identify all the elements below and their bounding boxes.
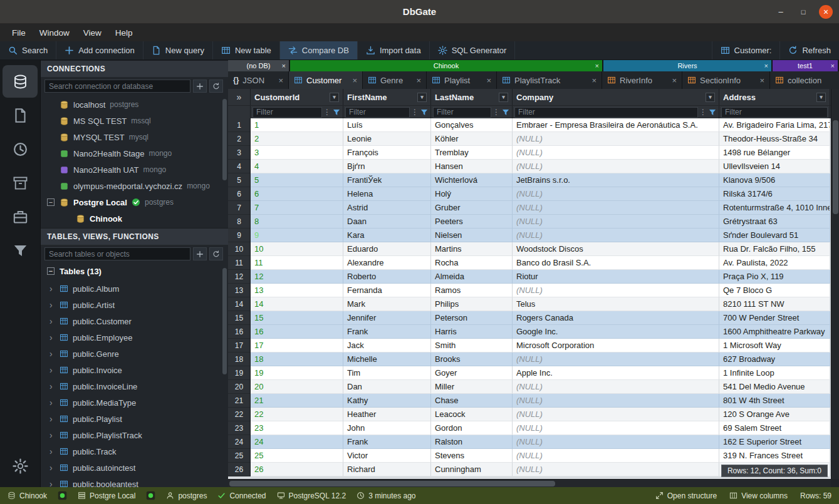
refresh-connections-icon[interactable] (209, 80, 223, 93)
grid-cell[interactable]: 700 W Pender Street (719, 311, 830, 325)
grid-cell[interactable]: 5 (251, 173, 343, 187)
row-number[interactable]: 17 (228, 339, 251, 352)
column-header-customerid[interactable]: CustomerId (251, 89, 343, 105)
column-dropdown-icon[interactable] (816, 93, 826, 102)
chevron-right-icon[interactable] (50, 365, 55, 375)
grid-cell[interactable]: Banco do Brasil S.A. (513, 256, 719, 270)
maximize-icon[interactable] (796, 5, 810, 19)
grid-cell[interactable]: 23 (251, 421, 343, 435)
tab-group-rivers[interactable]: Rivers× (603, 60, 771, 71)
grid-cell[interactable]: Google Inc. (513, 325, 719, 339)
grid-cell[interactable]: Fernanda (343, 284, 431, 297)
grid-cell[interactable]: Frank (343, 325, 431, 339)
tab-group-chinook[interactable]: Chinook× (290, 60, 602, 71)
grid-cell[interactable]: 24 (251, 435, 343, 449)
tab-customer[interactable]: Customer× (289, 71, 363, 89)
grid-cell[interactable]: (NULL) (513, 421, 719, 435)
grid-cell[interactable]: Bjґrn (343, 160, 431, 173)
grid-cell[interactable]: Stevens (431, 449, 513, 463)
grid-cell[interactable]: (NULL) (513, 463, 719, 476)
chevron-right-icon[interactable] (50, 316, 55, 326)
row-number[interactable]: 24 (228, 435, 251, 449)
sidebar-scrollbar[interactable] (222, 268, 227, 374)
chevron-right-icon[interactable] (50, 414, 55, 424)
chevron-right-icon[interactable] (50, 398, 55, 408)
grid-cell[interactable]: Telus (513, 297, 719, 311)
settings-gear-icon[interactable] (3, 450, 38, 482)
table-item-public-playlisttrack[interactable]: public.PlaylistTrack (41, 427, 228, 443)
connection-item-olympus-medportal-vychozi-cz[interactable]: olympus-medportal.vychozi.czmongo (41, 178, 228, 194)
rail-archive-button[interactable] (3, 167, 38, 199)
grid-cell[interactable]: Almeida (431, 270, 513, 284)
filter-input[interactable]: Filter (514, 107, 698, 118)
filter-funnel-icon[interactable] (420, 108, 429, 116)
grid-cell[interactable]: Richard (343, 463, 431, 476)
toolbar-new-query[interactable]: New query (143, 41, 213, 59)
grid-cell[interactable]: 9 (251, 229, 343, 242)
close-icon[interactable]: × (352, 76, 357, 85)
table-item-public-invoiceline[interactable]: public.InvoiceLine (41, 378, 228, 394)
rail-briefcase-button[interactable] (3, 200, 38, 233)
column-header-address[interactable]: Address (719, 89, 830, 105)
row-number[interactable]: 20 (228, 380, 251, 394)
filter-funnel-icon[interactable] (708, 108, 717, 116)
grid-cell[interactable]: 1498 rue Bélanger (719, 146, 830, 160)
grid-cell[interactable]: 541 Del Medio Avenue (719, 380, 830, 394)
grid-cell[interactable]: (NULL) (513, 449, 719, 463)
grid-cell[interactable]: 3 (251, 146, 343, 160)
grid-cell[interactable]: (NULL) (513, 284, 719, 297)
grid-cell[interactable]: Qe 7 Bloco G (719, 284, 830, 297)
connection-item-nano2health-uat[interactable]: Nano2Health UATmongo (41, 162, 228, 178)
table-item-public-genre[interactable]: public.Genre (41, 346, 228, 362)
table-item-public-employee[interactable]: public.Employee (41, 329, 228, 346)
status-rows-59[interactable]: Rows: 59 (800, 491, 831, 500)
row-number[interactable]: 9 (228, 229, 251, 242)
filter-input[interactable]: Filter (721, 107, 828, 118)
row-number[interactable]: 3 (228, 146, 251, 160)
chevron-right-icon[interactable] (50, 349, 55, 359)
grid-cell[interactable]: Nielsen (431, 229, 513, 242)
column-header-lastname[interactable]: LastName (431, 89, 513, 105)
status-postgres[interactable]: postgres (166, 491, 207, 500)
filter-menu-icon[interactable] (699, 108, 707, 116)
grid-cell[interactable]: Riotur (513, 270, 719, 284)
grid-cell[interactable]: Leacock (431, 408, 513, 421)
status-chinook[interactable]: Chinook (8, 491, 47, 500)
status-view-columns[interactable]: View columns (729, 491, 788, 500)
grid-cell[interactable]: Theodor-Heuss-Straße 34 (719, 132, 830, 146)
status-3-minutes-ago[interactable]: 3 minutes ago (357, 491, 415, 500)
filter-input[interactable]: Filter (345, 107, 410, 118)
tab-collection[interactable]: collection× (770, 71, 839, 89)
grid-cell[interactable]: 18 (251, 352, 343, 366)
menu-file[interactable]: File (5, 26, 33, 40)
close-icon[interactable]: × (831, 62, 835, 69)
grid-cell[interactable]: Gonçalves (431, 118, 513, 132)
table-item-public-album[interactable]: public.Album (41, 280, 228, 297)
add-connection-icon[interactable] (193, 80, 207, 93)
grid-cell[interactable]: Martins (431, 242, 513, 256)
grid-cell[interactable]: Eduardo (343, 242, 431, 256)
toolbar-import-data[interactable]: Import data (358, 41, 430, 59)
row-number[interactable]: 26 (228, 463, 251, 476)
connection-item-localhost[interactable]: localhostpostgres (41, 96, 228, 113)
grid-cell[interactable]: (NULL) (513, 408, 719, 421)
table-item-public-mediatype[interactable]: public.MediaType (41, 394, 228, 411)
row-number[interactable]: 8 (228, 215, 251, 229)
grid-cell[interactable]: Kathy (343, 394, 431, 408)
filter-menu-icon[interactable] (492, 108, 500, 116)
grid-cell[interactable]: François (343, 146, 431, 160)
grid-cell[interactable]: UllevІlsveien 14 (719, 160, 830, 173)
close-icon[interactable]: × (595, 62, 599, 69)
grid-cell[interactable]: Roberto (343, 270, 431, 284)
close-icon[interactable] (819, 5, 833, 19)
grid-cell[interactable]: 7 (251, 201, 343, 215)
grid-cell[interactable]: Luís (343, 118, 431, 132)
chevron-right-icon[interactable] (50, 446, 55, 456)
filter-input[interactable]: Filter (253, 107, 322, 118)
grid-cell[interactable]: Ralston (431, 435, 513, 449)
grid-corner[interactable]: » (228, 89, 251, 105)
grid-cell[interactable]: (NULL) (513, 146, 719, 160)
grid-cell[interactable]: Köhler (431, 132, 513, 146)
grid-cell[interactable]: 69 Salem Street (719, 421, 830, 435)
toolbar-sql-generator[interactable]: SQL Generator (430, 41, 516, 59)
